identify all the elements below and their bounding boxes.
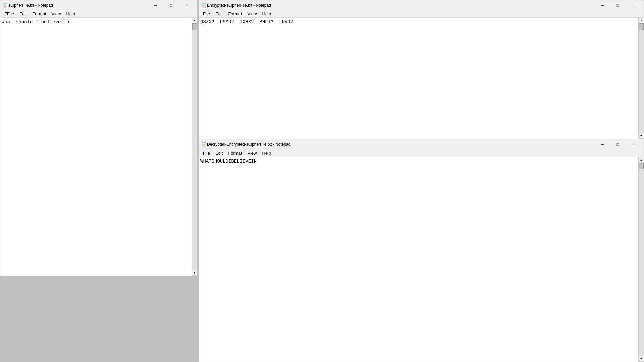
menu-file-3[interactable]: File <box>200 150 213 156</box>
menu-bar-2: File Edit Format View Help <box>199 10 644 18</box>
close-btn-3[interactable]: ✕ <box>626 139 641 149</box>
scroll-down-2[interactable]: ▼ <box>639 133 644 139</box>
minimize-btn-2[interactable]: ─ <box>595 0 610 10</box>
scroll-track-3[interactable] <box>639 163 644 356</box>
scroll-thumb-3[interactable] <box>639 163 644 169</box>
editor-text-2: QSZX? USMD? TXHX? BHFT? LRVR? <box>200 19 293 25</box>
title-bar-1: sCipherFile.txt - Notepad ─ □ ✕ <box>0 0 197 10</box>
title-text-2: Encrypted-sCipherFile.txt - Notepad <box>207 3 592 8</box>
menu-help-1[interactable]: Help <box>63 11 78 17</box>
title-text-3: Decrypted-Encrypted-sCipherFile.txt - No… <box>207 142 592 147</box>
scroll-thumb-1[interactable] <box>192 23 197 30</box>
minimize-btn-3[interactable]: ─ <box>595 139 610 149</box>
menu-view-2[interactable]: View <box>245 11 260 17</box>
editor-text-3: WHATSHOULDIBELIEVEIN <box>200 159 257 164</box>
scrollbar-right-1[interactable]: ▲ ▼ <box>192 18 197 276</box>
editor-area-2[interactable]: QSZX? USMD? TXHX? BHFT? LRVR? ▲ ▼ <box>199 18 644 139</box>
window-controls-1: ─ □ ✕ <box>148 0 194 10</box>
scroll-track-1[interactable] <box>192 23 197 270</box>
scroll-up-3[interactable]: ▲ <box>639 157 644 163</box>
menu-file-1[interactable]: FFile <box>2 11 17 17</box>
window-decrypted[interactable]: Decrypted-Encrypted-sCipherFile.txt - No… <box>199 139 644 362</box>
menu-help-2[interactable]: Help <box>260 11 274 17</box>
maximize-btn-3[interactable]: □ <box>610 139 626 149</box>
scrollbar-right-3[interactable]: ▲ ▼ <box>638 157 644 362</box>
notepad-icon-3 <box>202 142 207 147</box>
title-text-1: sCipherFile.txt - Notepad <box>8 3 145 8</box>
svg-rect-11 <box>202 142 206 143</box>
menu-edit-1[interactable]: Edit <box>17 11 30 17</box>
window-encrypted[interactable]: Encrypted-sCipherFile.txt - Notepad ─ □ … <box>199 0 644 139</box>
menu-format-2[interactable]: Format <box>225 11 245 17</box>
svg-rect-6 <box>202 3 206 4</box>
menu-bar-1: FFile Edit Format View Help <box>0 10 197 18</box>
menu-format-3[interactable]: Format <box>225 150 245 156</box>
minimize-btn-1[interactable]: ─ <box>148 0 163 10</box>
close-btn-1[interactable]: ✕ <box>179 0 194 10</box>
editor-text-1: What should I believe in <box>2 19 69 25</box>
maximize-btn-1[interactable]: □ <box>163 0 179 10</box>
menu-file-2[interactable]: File <box>200 11 213 17</box>
scrollbar-right-2[interactable]: ▲ ▼ <box>638 18 644 139</box>
title-bar-3: Decrypted-Encrypted-sCipherFile.txt - No… <box>199 139 644 149</box>
menu-help-3[interactable]: Help <box>260 150 274 156</box>
menu-edit-3[interactable]: Edit <box>213 150 225 156</box>
menu-edit-2[interactable]: Edit <box>213 11 225 17</box>
notepad-icon-2 <box>202 3 207 8</box>
maximize-btn-2[interactable]: □ <box>610 0 626 10</box>
scroll-track-2[interactable] <box>639 23 644 133</box>
menu-view-3[interactable]: View <box>245 150 260 156</box>
scroll-up-1[interactable]: ▲ <box>192 18 197 23</box>
scroll-up-2[interactable]: ▲ <box>639 18 644 23</box>
scroll-thumb-2[interactable] <box>639 23 644 30</box>
window-controls-2: ─ □ ✕ <box>595 0 641 10</box>
close-btn-2[interactable]: ✕ <box>626 0 641 10</box>
menu-bar-3: File Edit Format View Help <box>199 149 644 157</box>
scroll-down-1[interactable]: ▼ <box>192 270 197 276</box>
svg-rect-1 <box>4 3 7 4</box>
scroll-down-3[interactable]: ▼ <box>639 356 644 362</box>
menu-view-1[interactable]: View <box>49 11 63 17</box>
notepad-icon-1 <box>3 3 8 8</box>
title-bar-2: Encrypted-sCipherFile.txt - Notepad ─ □ … <box>199 0 644 10</box>
window-scipher[interactable]: sCipherFile.txt - Notepad ─ □ ✕ FFile Ed… <box>0 0 197 276</box>
editor-area-3[interactable]: WHATSHOULDIBELIEVEIN ▲ ▼ <box>199 157 644 362</box>
menu-format-1[interactable]: Format <box>30 11 49 17</box>
editor-area-1[interactable]: What should I believe in ▲ ▼ <box>0 18 197 276</box>
window-controls-3: ─ □ ✕ <box>595 139 641 149</box>
